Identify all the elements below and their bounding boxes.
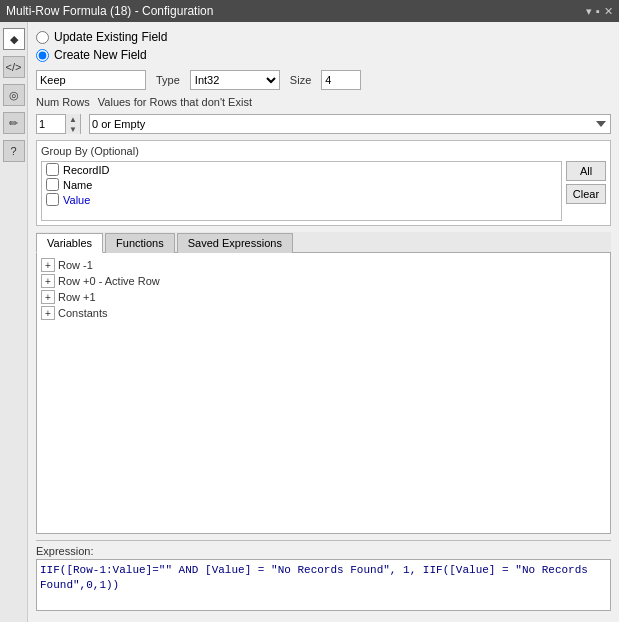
tree-label-constants: Constants — [58, 307, 108, 319]
tabs-header: Variables Functions Saved Expressions — [36, 232, 611, 253]
create-radio-row: Create New Field — [36, 48, 611, 62]
tree-label-row-0: Row +0 - Active Row — [58, 275, 160, 287]
main-layout: ◆ </> ◎ ✏ ? Update Existing Field Create… — [0, 22, 619, 622]
title-text: Multi-Row Formula (18) - Configuration — [6, 4, 213, 18]
field-row: Type Int32 Size — [36, 70, 611, 90]
value-checkbox[interactable] — [46, 193, 59, 206]
num-rows-controls: ▲ ▼ 0 or Empty — [36, 114, 611, 134]
type-label: Type — [156, 74, 180, 86]
values-select[interactable]: 0 or Empty — [89, 114, 611, 134]
recordid-label: RecordID — [63, 164, 109, 176]
recordid-checkbox[interactable] — [46, 163, 59, 176]
content-area: Update Existing Field Create New Field T… — [28, 22, 619, 622]
tab-functions[interactable]: Functions — [105, 233, 175, 253]
group-by-item-name: Name — [42, 177, 561, 192]
tree-item-constants: + Constants — [41, 305, 606, 321]
title-controls: ▾ ▪ ✕ — [586, 5, 613, 18]
sidebar: ◆ </> ◎ ✏ ? — [0, 22, 28, 622]
expression-section: Expression: IIF([Row-1:Value]="" AND [Va… — [36, 540, 611, 614]
group-by-buttons: All Clear — [566, 161, 606, 221]
group-by-item-recordid: RecordID — [42, 162, 561, 177]
expand-row-minus1[interactable]: + — [41, 258, 55, 272]
tree-item-row-minus1: + Row -1 — [41, 257, 606, 273]
spin-down-button[interactable]: ▼ — [66, 124, 80, 134]
spin-buttons: ▲ ▼ — [65, 114, 80, 134]
create-new-label: Create New Field — [54, 48, 147, 62]
all-button[interactable]: All — [566, 161, 606, 181]
name-label: Name — [63, 179, 92, 191]
update-radio-row: Update Existing Field — [36, 30, 611, 44]
tree-label-row-minus1: Row -1 — [58, 259, 93, 271]
sidebar-btn-circle[interactable]: ◎ — [3, 84, 25, 106]
pin-icon[interactable]: ▾ — [586, 5, 592, 18]
minimize-icon[interactable]: ▪ — [596, 5, 600, 17]
tabs-content: + Row -1 + Row +0 - Active Row + Row +1 … — [36, 253, 611, 534]
num-rows-row: Num Rows Values for Rows that don't Exis… — [36, 96, 611, 108]
expression-label: Expression: — [36, 545, 611, 557]
values-label: Values for Rows that don't Exist — [98, 96, 252, 108]
type-select[interactable]: Int32 — [190, 70, 280, 90]
sidebar-btn-code[interactable]: </> — [3, 56, 25, 78]
size-label: Size — [290, 74, 311, 86]
expression-textarea[interactable]: IIF([Row-1:Value]="" AND [Value] = "No R… — [36, 559, 611, 611]
field-name-input[interactable] — [36, 70, 146, 90]
expand-row-0[interactable]: + — [41, 274, 55, 288]
update-existing-radio[interactable] — [36, 31, 49, 44]
num-rows-spinbox: ▲ ▼ — [36, 114, 81, 134]
sidebar-btn-help[interactable]: ? — [3, 140, 25, 162]
tabs-section: Variables Functions Saved Expressions + … — [36, 232, 611, 534]
size-input[interactable] — [321, 70, 361, 90]
close-icon[interactable]: ✕ — [604, 5, 613, 18]
spin-up-button[interactable]: ▲ — [66, 114, 80, 124]
update-existing-label: Update Existing Field — [54, 30, 167, 44]
value-label: Value — [63, 194, 90, 206]
group-by-item-value: Value — [42, 192, 561, 207]
name-checkbox[interactable] — [46, 178, 59, 191]
group-by-section: Group By (Optional) RecordID Name Value — [36, 140, 611, 226]
create-new-radio[interactable] — [36, 49, 49, 62]
tab-saved-expressions[interactable]: Saved Expressions — [177, 233, 293, 253]
sidebar-btn-tool[interactable]: ◆ — [3, 28, 25, 50]
group-by-inner: RecordID Name Value All Clear — [41, 161, 606, 221]
title-bar: Multi-Row Formula (18) - Configuration ▾… — [0, 0, 619, 22]
radio-group: Update Existing Field Create New Field — [36, 30, 611, 62]
tree-item-row-plus1: + Row +1 — [41, 289, 606, 305]
tab-variables[interactable]: Variables — [36, 233, 103, 253]
num-rows-input[interactable] — [37, 115, 65, 133]
group-by-label: Group By (Optional) — [41, 145, 606, 157]
clear-button[interactable]: Clear — [566, 184, 606, 204]
tree-item-row-0: + Row +0 - Active Row — [41, 273, 606, 289]
num-rows-label: Num Rows — [36, 96, 90, 108]
tree-label-row-plus1: Row +1 — [58, 291, 96, 303]
group-by-list: RecordID Name Value — [41, 161, 562, 221]
expand-constants[interactable]: + — [41, 306, 55, 320]
sidebar-btn-edit[interactable]: ✏ — [3, 112, 25, 134]
expand-row-plus1[interactable]: + — [41, 290, 55, 304]
